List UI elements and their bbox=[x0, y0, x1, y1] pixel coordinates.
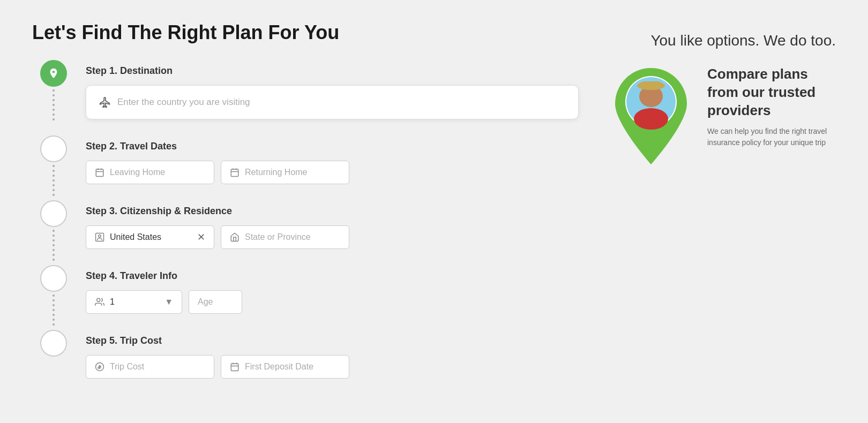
steps-container: Step 1. Destination Enter the country yo… bbox=[32, 60, 579, 395]
step-4-fields: 1 ▼ Age bbox=[86, 290, 579, 314]
people-icon bbox=[95, 297, 104, 307]
step-label-4: Step 4. Traveler Info bbox=[86, 270, 579, 282]
chevron-down-icon: ▼ bbox=[164, 297, 173, 307]
step-row-1: Step 1. Destination Enter the country yo… bbox=[32, 60, 579, 135]
calendar-icon-1 bbox=[95, 168, 104, 177]
svg-rect-22 bbox=[640, 81, 662, 88]
plane-icon bbox=[99, 96, 111, 108]
dots-2 bbox=[53, 162, 55, 199]
returning-home-placeholder: Returning Home bbox=[245, 168, 308, 177]
step-icon-2 bbox=[40, 135, 67, 162]
calendar-icon-3 bbox=[230, 362, 240, 372]
right-panel: You like options. We do too. bbox=[611, 21, 836, 402]
step-label-3: Step 3. Citizenship & Residence bbox=[86, 206, 579, 217]
clear-country-button[interactable]: ✕ bbox=[197, 232, 205, 242]
svg-rect-0 bbox=[96, 169, 103, 177]
promo-container: Compare plans from our trusted providers… bbox=[611, 65, 836, 172]
age-placeholder: Age bbox=[198, 297, 213, 307]
right-title: You like options. We do too. bbox=[611, 32, 836, 49]
traveler-count-select[interactable]: 1 ▼ bbox=[86, 290, 182, 314]
step-content-3: Step 3. Citizenship & Residence United S… bbox=[75, 200, 579, 265]
svg-point-9 bbox=[99, 235, 101, 238]
svg-point-10 bbox=[97, 298, 100, 301]
step-label-5: Step 5. Trip Cost bbox=[86, 335, 579, 346]
step-content-2: Step 2. Travel Dates Leaving Home bbox=[75, 135, 579, 200]
state-placeholder: State or Province bbox=[245, 232, 311, 242]
step-indicator-3 bbox=[32, 200, 75, 263]
step-indicator-1 bbox=[32, 60, 75, 123]
step-row-3: Step 3. Citizenship & Residence United S… bbox=[32, 200, 579, 265]
first-deposit-placeholder: First Deposit Date bbox=[245, 362, 313, 372]
map-pin-container bbox=[611, 65, 697, 172]
step-icon-5 bbox=[40, 330, 67, 357]
step-label-2: Step 2. Travel Dates bbox=[86, 141, 579, 152]
promo-headline: Compare plans from our trusted providers bbox=[707, 65, 836, 119]
page-title: Let's Find The Right Plan For You bbox=[32, 21, 579, 44]
step-label-1: Step 1. Destination bbox=[86, 65, 579, 77]
destination-box: Enter the country you are visiting bbox=[86, 85, 579, 119]
map-pin-svg bbox=[611, 65, 691, 167]
trip-cost-input[interactable]: Trip Cost bbox=[86, 355, 214, 379]
step-content-1: Step 1. Destination Enter the country yo… bbox=[75, 60, 579, 135]
dollar-icon bbox=[95, 362, 104, 372]
step-row-2: Step 2. Travel Dates Leaving Home bbox=[32, 135, 579, 200]
step-icon-3 bbox=[40, 200, 67, 227]
trip-cost-placeholder: Trip Cost bbox=[110, 362, 144, 372]
citizenship-country-input[interactable]: United States ✕ bbox=[86, 225, 214, 249]
svg-rect-4 bbox=[231, 169, 238, 177]
first-deposit-input[interactable]: First Deposit Date bbox=[221, 355, 349, 379]
step-indicator-5 bbox=[32, 330, 75, 357]
step-row-4: Step 4. Traveler Info 1 ▼ Age bbox=[32, 265, 579, 330]
step-content-4: Step 4. Traveler Info 1 ▼ Age bbox=[75, 265, 579, 330]
calendar-icon-2 bbox=[230, 168, 240, 177]
promo-subtext: We can help you find the right travel in… bbox=[707, 126, 836, 148]
step-2-fields: Leaving Home Returning Home bbox=[86, 161, 579, 184]
dots-3 bbox=[53, 227, 55, 263]
promo-text: Compare plans from our trusted providers… bbox=[707, 65, 836, 148]
destination-placeholder: Enter the country you are visiting bbox=[117, 97, 250, 108]
person-icon bbox=[95, 232, 104, 242]
svg-point-20 bbox=[634, 108, 668, 130]
step-indicator-4 bbox=[32, 265, 75, 328]
step-3-fields: United States ✕ State or Province bbox=[86, 225, 579, 249]
step-icon-4 bbox=[40, 265, 67, 292]
returning-home-input[interactable]: Returning Home bbox=[221, 161, 349, 184]
home-icon bbox=[230, 232, 240, 242]
main-container: Let's Find The Right Plan For You bbox=[0, 0, 868, 423]
state-province-input[interactable]: State or Province bbox=[221, 225, 349, 249]
dots-1 bbox=[53, 87, 55, 123]
svg-rect-13 bbox=[231, 364, 238, 371]
age-input[interactable]: Age bbox=[189, 290, 242, 314]
citizenship-value: United States bbox=[110, 232, 161, 242]
leaving-home-placeholder: Leaving Home bbox=[110, 168, 165, 177]
destination-input[interactable]: Enter the country you are visiting bbox=[99, 96, 565, 108]
step-icon-1 bbox=[40, 60, 67, 87]
step-content-5: Step 5. Trip Cost Trip Cost bbox=[75, 330, 579, 395]
traveler-count-value: 1 bbox=[110, 297, 115, 307]
dots-4 bbox=[53, 292, 55, 328]
left-panel: Let's Find The Right Plan For You bbox=[32, 21, 579, 402]
step-5-fields: Trip Cost First Deposit Date bbox=[86, 355, 579, 379]
leaving-home-input[interactable]: Leaving Home bbox=[86, 161, 214, 184]
step-row-5: Step 5. Trip Cost Trip Cost bbox=[32, 330, 579, 395]
step-indicator-2 bbox=[32, 135, 75, 199]
